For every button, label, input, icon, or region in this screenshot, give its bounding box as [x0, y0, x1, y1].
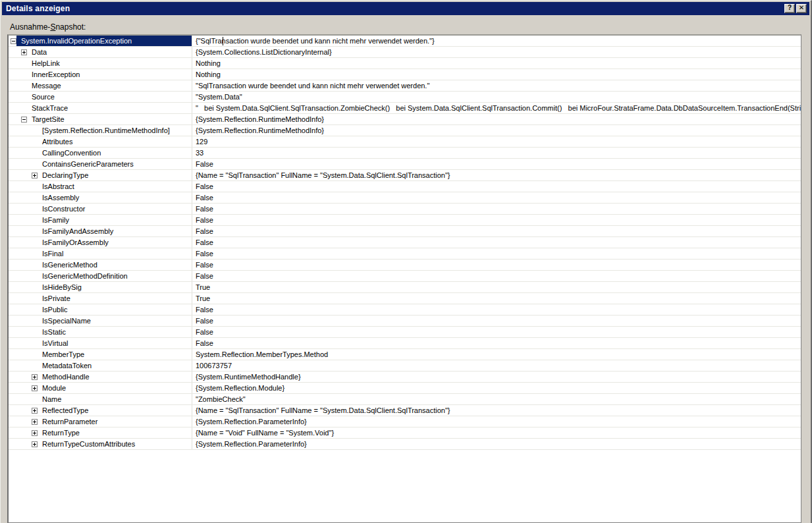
tree-row[interactable]: IsSpecialNameFalse	[9, 316, 801, 327]
expand-spacer	[32, 321, 38, 321]
expand-plus-icon[interactable]	[21, 49, 27, 55]
tree-row[interactable]: ReturnTypeCustomAttributes{System.Reflec…	[9, 439, 801, 450]
property-name: IsAbstract	[42, 182, 74, 190]
tree-row[interactable]: HelpLinkNothing	[9, 58, 801, 69]
property-value: {System.Reflection.RuntimeMethodInfo}	[192, 114, 801, 124]
property-name-cell: Attributes	[9, 136, 192, 147]
tree-row[interactable]: DeclaringType{Name = "SqlTransaction" Fu…	[9, 170, 801, 181]
help-button[interactable]: ?	[784, 4, 795, 13]
property-value: False	[192, 304, 801, 315]
expand-spacer	[32, 399, 38, 400]
property-name-cell: IsFamily	[9, 215, 192, 225]
tree-row[interactable]: IsGenericMethodFalse	[9, 260, 801, 271]
property-name-cell: DeclaringType	[9, 170, 192, 180]
property-value: False	[192, 192, 801, 203]
expand-plus-icon[interactable]	[32, 441, 38, 447]
expand-plus-icon[interactable]	[32, 385, 38, 391]
expand-spacer	[21, 86, 27, 86]
tree-row[interactable]: Message"SqlTransaction wurde beendet und…	[9, 80, 801, 92]
tree-row[interactable]: MethodHandle{System.RuntimeMethodHandle}	[9, 372, 801, 383]
expand-spacer	[32, 354, 38, 355]
tree-row[interactable]: IsFamilyOrAssemblyFalse	[9, 237, 801, 248]
expand-spacer	[32, 130, 38, 131]
tree-row[interactable]: InnerExceptionNothing	[9, 69, 801, 80]
property-name: Source	[32, 93, 55, 101]
property-name-cell: MethodHandle	[9, 372, 192, 382]
property-name: InnerException	[32, 70, 80, 78]
expand-plus-icon[interactable]	[32, 408, 38, 414]
expand-spacer	[32, 231, 38, 232]
property-value: False	[192, 248, 801, 259]
tree-row[interactable]: IsPrivateTrue	[9, 293, 801, 304]
property-name: ReflectedType	[42, 406, 88, 414]
close-button[interactable]: ✕	[796, 4, 807, 13]
property-value: "System.Data"	[192, 92, 801, 102]
property-value: 100673757	[192, 360, 801, 371]
property-name: IsGenericMethod	[42, 261, 97, 269]
tree-row[interactable]: MemberTypeSystem.Reflection.MemberTypes.…	[9, 349, 801, 360]
property-name: ReturnTypeCustomAttributes	[42, 440, 135, 448]
property-value: False	[192, 271, 801, 281]
property-name: ReturnType	[42, 429, 80, 437]
tree-row[interactable]: Name"ZombieCheck"	[9, 394, 801, 405]
tree-row[interactable]: IsConstructorFalse	[9, 204, 801, 215]
tree-row[interactable]: CallingConvention33	[9, 148, 801, 159]
expand-plus-icon[interactable]	[32, 430, 38, 436]
expand-spacer	[32, 209, 38, 209]
property-name: System.InvalidOperationException	[21, 37, 132, 45]
property-value: False	[192, 181, 801, 192]
expand-spacer	[32, 343, 38, 344]
tree-row[interactable]: IsAbstractFalse	[9, 181, 801, 192]
property-name: IsSpecialName	[42, 317, 91, 325]
expand-plus-icon[interactable]	[32, 173, 38, 179]
collapse-minus-icon[interactable]	[11, 38, 16, 44]
tree-row[interactable]: IsFamilyFalse	[9, 215, 801, 226]
tree-row[interactable]: IsVirtualFalse	[9, 338, 801, 349]
tree-row[interactable]: Module{System.Reflection.Module}	[9, 383, 801, 394]
tree-row[interactable]: ReturnParameter{System.Reflection.Parame…	[9, 416, 801, 427]
exception-tree-grid[interactable]: System.InvalidOperationException{"SqlTra…	[7, 34, 801, 523]
property-name: [System.Reflection.RuntimeMethodInfo]	[42, 126, 170, 134]
tree-row[interactable]: Attributes129	[9, 136, 801, 148]
property-name-cell: CallingConvention	[9, 148, 192, 158]
dialog-titlebar[interactable]: Details anzeigen ? ✕	[2, 2, 809, 15]
property-name: IsGenericMethodDefinition	[42, 272, 128, 280]
tree-row[interactable]: TargetSite{System.Reflection.RuntimeMeth…	[9, 114, 801, 125]
expand-spacer	[21, 74, 27, 75]
property-name-cell: [System.Reflection.RuntimeMethodInfo]	[9, 125, 192, 136]
expand-plus-icon[interactable]	[32, 374, 38, 380]
expand-plus-icon[interactable]	[32, 419, 38, 425]
tree-row[interactable]: IsPublicFalse	[9, 304, 801, 316]
property-value: False	[192, 159, 801, 169]
property-name: IsFamilyOrAssembly	[42, 238, 109, 246]
property-name: DeclaringType	[42, 171, 88, 179]
expand-spacer	[32, 276, 38, 277]
tree-row[interactable]: StackTrace" bei System.Data.SqlClient.Sq…	[9, 103, 801, 114]
tree-row[interactable]: IsStaticFalse	[9, 327, 801, 338]
tree-row[interactable]: ReturnType{Name = "Void" FullName = "Sys…	[9, 427, 801, 439]
expand-spacer	[32, 287, 38, 288]
tree-row[interactable]: IsHideBySigTrue	[9, 282, 801, 293]
property-name-cell: IsAssembly	[9, 192, 192, 203]
property-value: False	[192, 226, 801, 236]
tree-row[interactable]: Source"System.Data"	[9, 92, 801, 103]
property-name-cell: IsGenericMethod	[9, 260, 192, 270]
tree-row[interactable]: [System.Reflection.RuntimeMethodInfo]{Sy…	[9, 125, 801, 136]
property-name-cell: IsPublic	[9, 304, 192, 315]
property-name-cell: HelpLink	[9, 58, 192, 69]
property-value: Nothing	[192, 69, 801, 80]
tree-row[interactable]: IsGenericMethodDefinitionFalse	[9, 271, 801, 282]
tree-row[interactable]: ReflectedType{Name = "SqlTransaction" Fu…	[9, 405, 801, 416]
tree-row[interactable]: Data{System.Collections.ListDictionaryIn…	[9, 47, 801, 58]
tree-row[interactable]: System.InvalidOperationException{"SqlTra…	[9, 36, 801, 47]
tree-row[interactable]: IsFinalFalse	[9, 248, 801, 260]
property-name-cell: ReflectedType	[9, 405, 192, 416]
tree-row[interactable]: MetadataToken100673757	[9, 360, 801, 372]
property-name: IsFinal	[42, 250, 63, 258]
collapse-minus-icon[interactable]	[21, 117, 27, 123]
property-name-cell: ReturnParameter	[9, 416, 192, 427]
tree-row[interactable]: IsFamilyAndAssemblyFalse	[9, 226, 801, 237]
tree-row[interactable]: IsAssemblyFalse	[9, 192, 801, 204]
property-value: "SqlTransaction wurde beendet und kann n…	[192, 80, 801, 91]
tree-row[interactable]: ContainsGenericParametersFalse	[9, 159, 801, 170]
